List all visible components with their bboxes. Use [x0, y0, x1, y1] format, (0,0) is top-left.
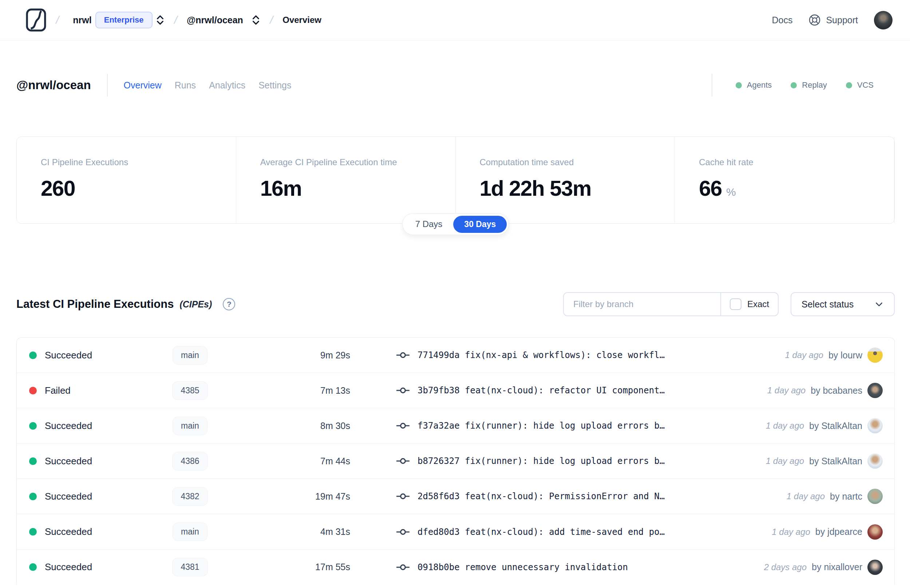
indicator-replay[interactable]: Replay	[790, 81, 827, 90]
stat-average-execution-time: Average CI Pipeline Execution time 16m	[236, 137, 456, 223]
author-avatar	[867, 383, 883, 398]
green-status-dot-icon	[735, 82, 742, 89]
commit-message: 2d58f6d3 feat(nx-cloud): PermissionError…	[417, 491, 665, 501]
date-range-toggle: 7 Days 30 Days	[402, 213, 509, 235]
commit-cell: b8726327 fix(runner): hide log upload er…	[350, 454, 766, 468]
indicator-agents[interactable]: Agents	[735, 81, 772, 90]
enterprise-badge: Enterprise	[95, 11, 152, 28]
section-title: Latest CI Pipeline Executions	[16, 298, 174, 311]
cipe-row[interactable]: Succeeded 4381 17m 55s 0918b0be remove u…	[17, 550, 894, 585]
breadcrumb-separator: /	[173, 14, 179, 26]
git-commit-icon	[396, 490, 409, 503]
indicator-label: VCS	[857, 81, 874, 90]
git-commit-icon	[396, 454, 409, 468]
status-dot-icon	[29, 352, 37, 359]
cipe-row[interactable]: Succeeded main 4m 31s dfed80d3 feat(nx-c…	[17, 514, 894, 549]
commit-message: b8726327 fix(runner): hide log upload er…	[417, 456, 665, 466]
navbar: / nrwl Enterprise / @nrwl/ocean / Overvi…	[0, 0, 910, 40]
cipe-row[interactable]: Succeeded main 9m 29s 771499da fix(nx-ap…	[17, 338, 894, 373]
range-7-days[interactable]: 7 Days	[404, 215, 454, 233]
status-dot-icon	[29, 563, 37, 571]
commit-message: 771499da fix(nx-api & workflows): close …	[417, 350, 665, 360]
author-avatar	[867, 524, 883, 540]
org-name: nrwl	[73, 15, 91, 26]
status-text: Succeeded	[45, 491, 92, 502]
status-select-label: Select status	[802, 299, 853, 310]
author-avatar	[867, 418, 883, 433]
lifebuoy-icon	[808, 14, 821, 26]
duration: 9m 29s	[221, 350, 350, 360]
cipe-table: Succeeded main 9m 29s 771499da fix(nx-ap…	[16, 337, 895, 585]
stats-card: CI Pipeline Executions 260 Average CI Pi…	[16, 136, 895, 224]
unfold-icon[interactable]	[251, 14, 260, 26]
branch-filter-input[interactable]	[564, 293, 720, 315]
indicator-label: Agents	[747, 81, 772, 90]
breadcrumb-current-page: Overview	[283, 15, 322, 25]
cipe-row[interactable]: Failed 4385 7m 13s 3b79fb38 feat(nx-clou…	[17, 373, 894, 408]
duration: 4m 31s	[221, 527, 350, 537]
time-ago: 1 day ago	[787, 491, 825, 501]
cipe-row[interactable]: Succeeded 4382 19m 47s 2d58f6d3 feat(nx-…	[17, 479, 894, 514]
stat-label: Computation time saved	[480, 157, 660, 167]
org-selector[interactable]: nrwl Enterprise	[68, 11, 165, 28]
status-text: Succeeded	[45, 561, 92, 573]
stat-value: 66%	[699, 176, 879, 201]
support-link[interactable]: Support	[808, 14, 858, 26]
stat-label: CI Pipeline Executions	[41, 157, 221, 167]
divider	[107, 74, 108, 97]
status-dot-icon	[29, 493, 37, 500]
indicator-vcs[interactable]: VCS	[846, 81, 874, 90]
nx-cloud-logo-icon[interactable]	[26, 8, 47, 32]
docs-link[interactable]: Docs	[772, 15, 792, 26]
workspace-selector[interactable]: @nrwl/ocean	[187, 14, 260, 26]
section-subtitle: (CIPEs)	[179, 299, 212, 310]
header-status-indicators: Agents Replay VCS	[712, 74, 895, 97]
status-dot-icon	[29, 528, 37, 536]
chevron-down-icon	[874, 299, 884, 309]
tab-settings[interactable]: Settings	[259, 80, 291, 90]
author-avatar	[867, 347, 883, 363]
duration: 7m 44s	[221, 456, 350, 467]
commit-cell: 771499da fix(nx-api & workflows): close …	[350, 349, 785, 362]
tab-runs[interactable]: Runs	[175, 80, 196, 90]
cipe-row[interactable]: Succeeded 4386 7m 44s b8726327 fix(runne…	[17, 444, 894, 479]
breadcrumb-separator: /	[55, 14, 60, 26]
breadcrumb: / nrwl Enterprise / @nrwl/ocean / Overvi…	[26, 8, 322, 32]
author: by lourw	[828, 350, 862, 360]
range-30-days[interactable]: 30 Days	[453, 216, 507, 233]
stat-cache-hit-rate: Cache hit rate 66%	[675, 137, 894, 223]
cipe-row[interactable]: Succeeded main 8m 30s f37a32ae fix(runne…	[17, 408, 894, 444]
user-avatar[interactable]	[874, 11, 892, 29]
branch-chip: main	[173, 522, 207, 541]
branch-chip: 4381	[172, 558, 207, 577]
duration: 8m 30s	[221, 421, 350, 431]
stat-value: 16m	[260, 176, 441, 201]
commit-cell: dfed80d3 feat(nx-cloud): add time-saved …	[350, 525, 772, 538]
stat-label: Cache hit rate	[699, 157, 879, 167]
tab-analytics[interactable]: Analytics	[209, 80, 245, 90]
author: by jdpearce	[815, 527, 862, 537]
commit-cell: 0918b0be remove unnecessary invalidation	[350, 561, 764, 574]
workspace-name: @nrwl/ocean	[187, 15, 243, 26]
duration: 7m 13s	[221, 385, 350, 396]
time-ago: 1 day ago	[766, 421, 804, 431]
navbar-right: Docs Support	[772, 11, 892, 29]
status-select-dropdown[interactable]: Select status	[790, 292, 895, 316]
status-text: Failed	[45, 385, 71, 396]
time-ago: 1 day ago	[766, 456, 804, 466]
git-commit-icon	[396, 419, 409, 432]
exact-checkbox[interactable]	[730, 298, 742, 310]
unfold-icon[interactable]	[155, 14, 165, 26]
status-text: Succeeded	[45, 350, 92, 361]
author-avatar	[867, 560, 883, 575]
time-ago: 1 day ago	[785, 350, 823, 360]
help-icon[interactable]: ?	[223, 298, 235, 310]
workspace-tabs: Overview Runs Analytics Settings	[124, 80, 292, 90]
tab-overview[interactable]: Overview	[124, 80, 162, 90]
commit-message: f37a32ae fix(runner): hide log upload er…	[417, 421, 665, 431]
author: by StalkAltan	[809, 456, 862, 467]
git-commit-icon	[396, 384, 409, 397]
green-status-dot-icon	[790, 82, 797, 89]
commit-cell: 3b79fb38 feat(nx-cloud): refactor UI com…	[350, 384, 767, 397]
git-commit-icon	[396, 525, 409, 538]
